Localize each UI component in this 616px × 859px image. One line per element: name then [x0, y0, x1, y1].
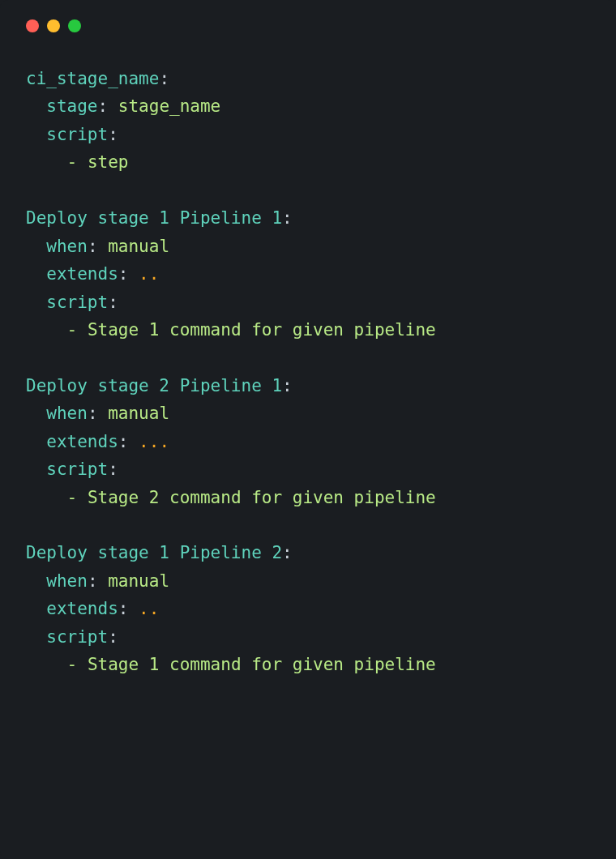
colon: : [88, 571, 108, 591]
traffic-lights [26, 19, 590, 32]
yaml-key: extends [46, 432, 118, 451]
yaml-key: script [46, 293, 108, 312]
colon: : [108, 627, 118, 647]
yaml-key: Deploy stage 1 Pipeline 2 [26, 543, 282, 562]
colon: : [88, 404, 108, 423]
yaml-key: stage [46, 96, 97, 116]
yaml-key: Deploy stage 2 Pipeline 1 [26, 376, 282, 395]
yaml-value: manual [108, 571, 169, 591]
yaml-value: .. [139, 599, 159, 618]
yaml-key: Deploy stage 1 Pipeline 1 [26, 208, 282, 228]
colon: : [118, 264, 139, 284]
yaml-value: manual [108, 237, 169, 256]
yaml-key: when [46, 237, 88, 256]
yaml-key: extends [46, 264, 118, 284]
yaml-value: Stage 1 command for given pipeline [88, 320, 436, 340]
colon: : [159, 69, 169, 88]
colon: : [118, 432, 139, 451]
colon: : [282, 376, 293, 395]
code-content: ci_stage_name: stage: stage_name script:… [26, 65, 590, 679]
yaml-dash: - [67, 152, 78, 172]
colon: : [118, 599, 139, 618]
yaml-dash: - [67, 655, 78, 674]
colon: : [108, 459, 118, 479]
colon: : [98, 96, 118, 116]
colon: : [282, 208, 293, 228]
colon: : [282, 543, 293, 562]
close-icon[interactable] [26, 19, 39, 32]
yaml-key: ci_stage_name [26, 69, 159, 88]
yaml-value: stage_name [118, 96, 220, 116]
yaml-dash: - [67, 488, 78, 507]
colon: : [108, 125, 118, 144]
yaml-dash: - [67, 320, 78, 340]
maximize-icon[interactable] [68, 19, 81, 32]
yaml-value: Stage 1 command for given pipeline [88, 655, 436, 674]
yaml-key: script [46, 627, 108, 647]
yaml-value: .. [139, 264, 159, 284]
colon: : [88, 237, 108, 256]
colon: : [108, 293, 118, 312]
yaml-key: script [46, 459, 108, 479]
yaml-value: manual [108, 404, 169, 423]
yaml-key: script [46, 125, 108, 144]
yaml-key: when [46, 571, 88, 591]
yaml-key: extends [46, 599, 118, 618]
yaml-value: ... [139, 432, 169, 451]
code-window: ci_stage_name: stage: stage_name script:… [0, 0, 616, 859]
minimize-icon[interactable] [47, 19, 60, 32]
yaml-value: Stage 2 command for given pipeline [88, 488, 436, 507]
yaml-key: when [46, 404, 88, 423]
yaml-value: step [88, 152, 129, 172]
